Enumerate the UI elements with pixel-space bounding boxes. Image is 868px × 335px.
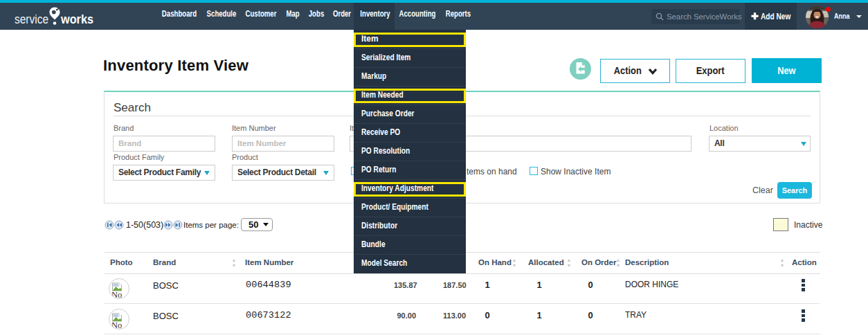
svg-text:works: works [60,12,93,26]
svg-text:service: service [15,12,48,26]
svg-text:No: No [111,290,122,299]
svg-text:No: No [111,320,122,329]
